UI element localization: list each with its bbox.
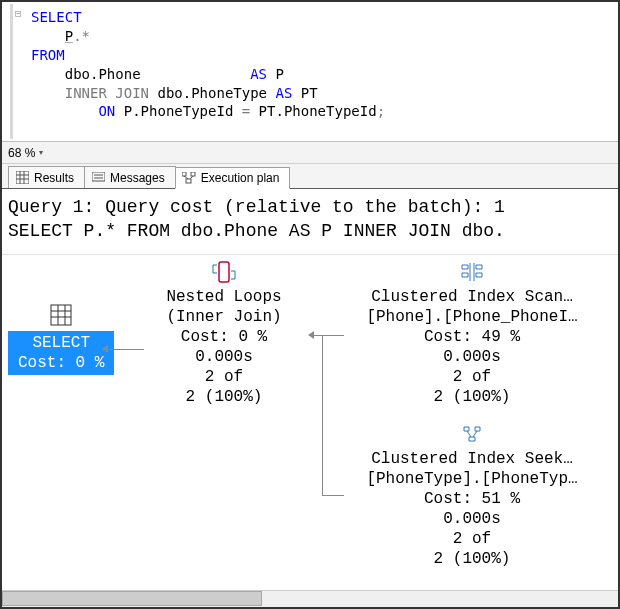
tab-label: Execution plan bbox=[201, 171, 280, 185]
svg-rect-10 bbox=[186, 179, 191, 183]
sql-keyword: ON bbox=[98, 103, 115, 119]
node-rows: 2 of bbox=[144, 367, 304, 387]
node-rows: 2 of bbox=[347, 529, 597, 549]
tab-messages[interactable]: Messages bbox=[84, 166, 176, 188]
plan-edge bbox=[108, 349, 144, 350]
index-scan-icon bbox=[347, 261, 597, 283]
result-tabs: Results Messages Execution plan bbox=[2, 163, 618, 189]
sql-alias: PT bbox=[301, 85, 318, 101]
node-subtitle: [Phone].[Phone_PhoneI… bbox=[347, 307, 597, 327]
zoom-bar: 68 % ▾ bbox=[2, 141, 618, 163]
message-icon bbox=[91, 171, 105, 185]
sql-semicolon: ; bbox=[377, 103, 385, 119]
sql-ident: dbo.PhoneType bbox=[157, 85, 267, 101]
sql-keyword: INNER JOIN bbox=[65, 85, 149, 101]
plan-node-select-box: SELECT Cost: 0 % bbox=[8, 331, 114, 375]
node-cost: Cost: 0 % bbox=[144, 327, 304, 347]
plan-edge bbox=[322, 495, 344, 496]
plan-edge bbox=[322, 335, 323, 495]
sql-op: = bbox=[233, 103, 258, 119]
plan-node-index-scan[interactable]: Clustered Index Scan… [Phone].[Phone_Pho… bbox=[347, 261, 597, 407]
sql-keyword: AS bbox=[275, 85, 292, 101]
plan-header: Query 1: Query cost (relative to the bat… bbox=[2, 189, 618, 255]
svg-rect-0 bbox=[16, 171, 29, 184]
sql-ident: dbo.Phone bbox=[65, 66, 141, 82]
node-rows: 2 (100%) bbox=[347, 387, 597, 407]
tab-label: Messages bbox=[110, 171, 165, 185]
node-cost: Cost: 51 % bbox=[347, 489, 597, 509]
svg-rect-8 bbox=[182, 172, 186, 176]
plan-node-index-seek[interactable]: Clustered Index Seek… [PhoneType].[Phone… bbox=[347, 423, 597, 569]
select-icon bbox=[8, 303, 114, 327]
node-time: 0.000s bbox=[347, 509, 597, 529]
node-title: SELECT bbox=[18, 333, 104, 353]
tab-label: Results bbox=[34, 171, 74, 185]
sql-editor[interactable]: ⊟ SELECT P.* FROM dbo.Phone AS P INNER J… bbox=[10, 4, 616, 139]
node-title: Clustered Index Seek… bbox=[347, 449, 597, 469]
plan-node-nested-loops[interactable]: Nested Loops (Inner Join) Cost: 0 % 0.00… bbox=[144, 261, 304, 407]
node-title: Nested Loops bbox=[144, 287, 304, 307]
execution-plan-canvas[interactable]: SELECT Cost: 0 % Nested Loops (Inner Joi… bbox=[2, 255, 618, 605]
node-time: 0.000s bbox=[144, 347, 304, 367]
plan-header-line2: SELECT P.* FROM dbo.Phone AS P INNER JOI… bbox=[8, 219, 612, 243]
node-subtitle: [PhoneType].[PhoneTyp… bbox=[347, 469, 597, 489]
sql-ident: P.PhoneTypeId bbox=[124, 103, 234, 119]
chevron-down-icon[interactable]: ▾ bbox=[37, 148, 45, 157]
node-subtitle: (Inner Join) bbox=[144, 307, 304, 327]
index-seek-icon bbox=[347, 423, 597, 445]
node-time: 0.000s bbox=[347, 347, 597, 367]
svg-rect-5 bbox=[92, 172, 105, 181]
scrollbar-thumb[interactable] bbox=[2, 591, 262, 606]
svg-line-21 bbox=[467, 431, 471, 437]
sql-star: .* bbox=[73, 28, 90, 44]
svg-rect-13 bbox=[51, 305, 71, 325]
sql-keyword: AS bbox=[250, 66, 267, 82]
sql-ident: P bbox=[65, 28, 73, 44]
horizontal-scrollbar[interactable] bbox=[2, 590, 618, 607]
node-rows: 2 (100%) bbox=[347, 549, 597, 569]
sql-alias: P bbox=[275, 66, 283, 82]
zoom-dropdown[interactable]: 68 % ▾ bbox=[8, 146, 45, 160]
node-rows: 2 (100%) bbox=[144, 387, 304, 407]
plan-icon bbox=[182, 171, 196, 185]
plan-header-line1: Query 1: Query cost (relative to the bat… bbox=[8, 195, 612, 219]
node-cost: Cost: 49 % bbox=[347, 327, 597, 347]
collapse-toggle-icon[interactable]: ⊟ bbox=[15, 7, 22, 22]
node-title: Clustered Index Scan… bbox=[347, 287, 597, 307]
sql-keyword: SELECT bbox=[31, 9, 82, 25]
plan-edge bbox=[314, 335, 344, 336]
tab-execution-plan[interactable]: Execution plan bbox=[175, 167, 291, 189]
node-cost: Cost: 0 % bbox=[18, 353, 104, 373]
svg-line-22 bbox=[473, 431, 477, 437]
nested-loops-icon bbox=[144, 261, 304, 283]
node-rows: 2 of bbox=[347, 367, 597, 387]
tab-results[interactable]: Results bbox=[8, 166, 85, 188]
grid-icon bbox=[15, 171, 29, 185]
svg-rect-18 bbox=[219, 262, 229, 282]
plan-node-select[interactable]: SELECT Cost: 0 % bbox=[8, 303, 114, 375]
sql-keyword: FROM bbox=[31, 47, 65, 63]
sql-ident: PT.PhoneTypeId bbox=[259, 103, 377, 119]
zoom-value: 68 % bbox=[8, 146, 35, 160]
svg-rect-9 bbox=[191, 172, 195, 176]
